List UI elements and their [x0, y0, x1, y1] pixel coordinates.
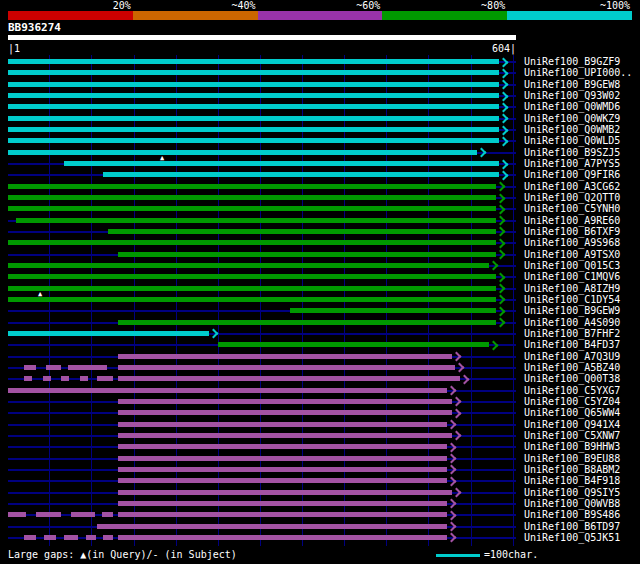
alignment-bar-segment[interactable] — [8, 297, 496, 302]
hit-label[interactable]: UniRef100_C5YXG7 — [524, 385, 620, 396]
alignment-bar-segment[interactable] — [46, 365, 61, 370]
alignment-bar-segment[interactable] — [8, 263, 489, 268]
alignment-bar-segment[interactable] — [8, 138, 499, 143]
alignment-bar-segment[interactable] — [24, 376, 32, 381]
alignment-bar-segment[interactable] — [80, 376, 88, 381]
alignment-bar-segment[interactable] — [8, 331, 209, 336]
alignment-bar-segment[interactable] — [43, 376, 51, 381]
alignment-bar-segment[interactable] — [118, 433, 452, 438]
hit-label[interactable]: UniRef100_Q65WW4 — [524, 407, 620, 418]
alignment-bar-segment[interactable] — [24, 535, 36, 540]
hit-label[interactable]: UniRef100_Q00T38 — [524, 373, 620, 384]
hit-label[interactable]: UniRef100_B9S486 — [524, 509, 620, 520]
alignment-bar-segment[interactable] — [8, 127, 499, 132]
hit-label[interactable]: UniRef100_B8ABM2 — [524, 464, 620, 475]
alignment-bar-segment[interactable] — [118, 252, 495, 257]
hit-label[interactable]: UniRef100_Q0WMD6 — [524, 101, 620, 112]
hit-label[interactable]: UniRef100_A9TSX0 — [524, 249, 620, 260]
hit-label[interactable]: UniRef100_B9GEW9 — [524, 305, 620, 316]
alignment-bar-segment[interactable] — [68, 365, 107, 370]
hit-label[interactable]: UniRef100_C5YNH0 — [524, 203, 620, 214]
alignment-bar-segment[interactable] — [8, 104, 499, 109]
hit-label[interactable]: UniRef100_A9S968 — [524, 237, 620, 248]
alignment-bar-segment[interactable] — [102, 512, 114, 517]
hit-label[interactable]: UniRef100_B6TXF9 — [524, 226, 620, 237]
hit-label[interactable]: UniRef100_C1DY54 — [524, 294, 620, 305]
hit-label[interactable]: UniRef100_Q9FIR6 — [524, 169, 620, 180]
hit-label[interactable]: UniRef100_A4S090 — [524, 317, 620, 328]
hit-label[interactable]: UniRef100_Q93W02 — [524, 90, 620, 101]
hit-label[interactable]: UniRef100_B9GZF9 — [524, 56, 620, 67]
hit-label[interactable]: UniRef100_Q0WKZ9 — [524, 113, 620, 124]
hit-label[interactable]: UniRef100_B7FHF2 — [524, 328, 620, 339]
alignment-bar-segment[interactable] — [36, 512, 61, 517]
alignment-bar-segment[interactable] — [118, 376, 460, 381]
alignment-bar-segment[interactable] — [118, 456, 447, 461]
hit-label[interactable]: UniRef100_B4F918 — [524, 475, 620, 486]
alignment-bar-segment[interactable] — [108, 229, 496, 234]
alignment-bar-segment[interactable] — [8, 184, 496, 189]
alignment-bar-segment[interactable] — [86, 535, 96, 540]
alignment-bar-segment[interactable] — [118, 535, 447, 540]
hit-label[interactable]: UniRef100_A8IZH9 — [524, 283, 620, 294]
alignment-bar-segment[interactable] — [64, 535, 78, 540]
hit-label[interactable]: UniRef100_Q941X4 — [524, 419, 620, 430]
hit-label[interactable]: UniRef100_A9RE60 — [524, 215, 620, 226]
alignment-bar-segment[interactable] — [118, 410, 452, 415]
alignment-bar-segment[interactable] — [118, 444, 447, 449]
hit-label[interactable]: UniRef100_C1MQV6 — [524, 271, 620, 282]
alignment-bar-segment[interactable] — [218, 342, 489, 347]
alignment-bar-segment[interactable] — [97, 524, 447, 529]
alignment-bar-segment[interactable] — [103, 172, 499, 177]
hit-label[interactable]: UniRef100_A7PYS5 — [524, 158, 620, 169]
alignment-bar-segment[interactable] — [64, 161, 499, 166]
alignment-bar-segment[interactable] — [8, 195, 496, 200]
hit-label[interactable]: UniRef100_B9EU88 — [524, 453, 620, 464]
hit-label[interactable]: UniRef100_C5XNW7 — [524, 430, 620, 441]
alignment-bar-segment[interactable] — [8, 206, 496, 211]
alignment-bar-segment[interactable] — [118, 501, 447, 506]
alignment-bar-segment[interactable] — [118, 422, 447, 427]
alignment-bar-segment[interactable] — [97, 376, 114, 381]
alignment-bar-segment[interactable] — [24, 365, 36, 370]
hit-label[interactable]: UniRef100_Q9SIY5 — [524, 487, 620, 498]
hit-label[interactable]: UniRef100_B9SZJ5 — [524, 147, 620, 158]
alignment-bar-segment[interactable] — [8, 116, 499, 121]
hit-label[interactable]: UniRef100_Q0WLD5 — [524, 135, 620, 146]
alignment-bar-segment[interactable] — [118, 467, 447, 472]
alignment-bar-segment[interactable] — [118, 478, 447, 483]
alignment-bar-segment[interactable] — [8, 93, 499, 98]
hit-label[interactable]: UniRef100_A7Q3U9 — [524, 351, 620, 362]
alignment-bar-segment[interactable] — [8, 59, 499, 64]
alignment-bar-segment[interactable] — [8, 274, 496, 279]
alignment-bar-segment[interactable] — [8, 70, 499, 75]
hit-label[interactable]: UniRef100_Q2QTT0 — [524, 192, 620, 203]
alignment-bar-segment[interactable] — [118, 512, 447, 517]
hit-label[interactable]: UniRef100_B6TD97 — [524, 521, 620, 532]
alignment-bar-segment[interactable] — [8, 240, 496, 245]
alignment-bar-segment[interactable] — [8, 512, 26, 517]
hit-label[interactable]: UniRef100_A3CG62 — [524, 181, 620, 192]
alignment-bar-segment[interactable] — [118, 365, 455, 370]
hit-label[interactable]: UniRef100_B9HHW3 — [524, 441, 620, 452]
alignment-bar-segment[interactable] — [103, 535, 113, 540]
hit-label[interactable]: UniRef100_UPI000.. — [524, 67, 632, 78]
hit-label[interactable]: UniRef100_B4FD37 — [524, 339, 620, 350]
alignment-bar-segment[interactable] — [61, 376, 69, 381]
hit-label[interactable]: UniRef100_Q0WMB2 — [524, 124, 620, 135]
alignment-bar-segment[interactable] — [8, 388, 447, 393]
alignment-bar-segment[interactable] — [118, 399, 452, 404]
alignment-bar-segment[interactable] — [118, 354, 452, 359]
alignment-bar-segment[interactable] — [118, 490, 452, 495]
alignment-bar-segment[interactable] — [118, 320, 495, 325]
hit-label[interactable]: UniRef100_Q015C3 — [524, 260, 620, 271]
alignment-bar-segment[interactable] — [8, 286, 496, 291]
hit-label[interactable]: UniRef100_A5BZ40 — [524, 362, 620, 373]
hit-label[interactable]: UniRef100_Q0WVB8 — [524, 498, 620, 509]
alignment-bar-segment[interactable] — [8, 150, 477, 155]
hit-label[interactable]: UniRef100_C5YZ04 — [524, 396, 620, 407]
alignment-bar-segment[interactable] — [290, 308, 496, 313]
alignment-bar-segment[interactable] — [71, 512, 95, 517]
alignment-bar-segment[interactable] — [16, 218, 496, 223]
alignment-bar-segment[interactable] — [8, 82, 499, 87]
